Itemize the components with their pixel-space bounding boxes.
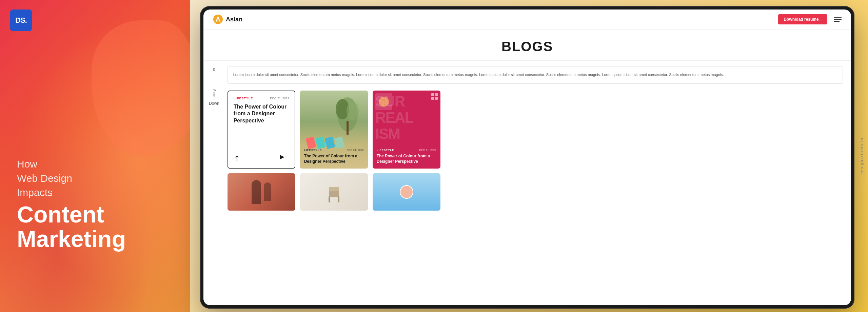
card-5-content: [300, 173, 368, 211]
site-label: design-studio.io: [860, 137, 864, 174]
brand: Aslan: [213, 14, 242, 24]
card-3-date: DEC 21, 2022: [419, 149, 436, 152]
grid-dot-4: [435, 97, 438, 100]
svg-rect-7: [329, 196, 330, 202]
color-swatches: [307, 137, 343, 148]
card-3-grid-dots: [431, 93, 438, 100]
hamburger-line-2: [834, 19, 842, 20]
svg-rect-6: [329, 187, 339, 191]
card-3-thumbnail: [375, 93, 392, 110]
card-1-tag: LIFESTYLE: [234, 97, 253, 100]
person-portrait: [400, 185, 413, 199]
swatch-blue: [324, 136, 335, 149]
card-3-title: The Power of Colour from a Designer Pers…: [377, 154, 436, 164]
scroll-arrow-icon: ↓: [213, 106, 215, 110]
scroll-number: 0: [213, 67, 215, 72]
subtitle-how: How Web Design Impacts: [17, 157, 126, 200]
tablet-wrapper: Aslan Download resume ↓ BLOGS: [200, 6, 854, 309]
blogs-heading: BLOGS: [203, 30, 851, 61]
person-silhouette-1: [252, 180, 261, 204]
card-3-overlay: LIFESTYLE DEC 21, 2022 The Power of Colo…: [377, 149, 436, 164]
card-4-content: [228, 173, 295, 211]
swatch-teal: [315, 136, 326, 149]
grid-dot-1: [431, 93, 434, 96]
right-background: design-studio.io Aslan Download resume ↓: [190, 0, 868, 312]
hamburger-menu[interactable]: [834, 17, 842, 22]
chair-svg: [324, 180, 344, 204]
blog-card-6[interactable]: [373, 173, 440, 211]
tablet-screen: Aslan Download resume ↓ BLOGS: [203, 9, 851, 305]
svg-rect-8: [338, 196, 339, 202]
blog-card-5[interactable]: [300, 173, 368, 211]
main-title: Content Marketing: [17, 202, 126, 251]
card-2-title: The Power of Colour from a Designer Pers…: [304, 154, 364, 164]
content-area: 0 Scroll Down ↓ Lorem ipsum dolor sit am…: [203, 61, 851, 305]
card-1-meta: LIFESTYLE DEC 21, 2022: [234, 97, 289, 100]
person-silhouette-2: [264, 182, 271, 201]
plant-illustration: [334, 94, 361, 135]
hamburger-line-3: [834, 21, 840, 22]
navbar: Aslan Download resume ↓: [203, 9, 851, 30]
blog-card-2[interactable]: LIFESTYLE DEC 21, 2022 The Power of Colo…: [300, 91, 368, 169]
cards-row-2: [228, 173, 843, 211]
svg-rect-4: [347, 121, 349, 135]
scroll-label: Scroll: [212, 89, 216, 100]
scroll-line: [214, 74, 214, 87]
brand-name: Aslan: [226, 16, 242, 23]
cards-row-1: LIFESTYLE DEC 21, 2022 The Power of Colo…: [228, 91, 843, 169]
card-3-tag: LIFESTYLE: [377, 149, 394, 152]
svg-point-3: [347, 101, 359, 120]
swatch-red: [305, 136, 316, 149]
grid-dot-3: [431, 97, 434, 100]
blog-card-3[interactable]: SURREALISM: [373, 91, 440, 169]
hamburger-line-1: [834, 17, 842, 18]
main-area: Lorem ipsum dolor sit amet consectetur. …: [225, 61, 851, 305]
card-2-overlay: LIFESTYLE DEC 21, 2022 The Power of Colo…: [304, 149, 364, 164]
blog-card-1[interactable]: LIFESTYLE DEC 21, 2022 The Power of Colo…: [228, 91, 295, 169]
scroll-indicator: 0 Scroll Down ↓: [203, 61, 225, 305]
moon-shape: [379, 97, 389, 107]
lorem-text-block: Lorem ipsum dolor sit amet consectetur. …: [228, 66, 843, 84]
card-2-tag: LIFESTYLE: [304, 149, 322, 152]
blog-card-4[interactable]: [228, 173, 295, 211]
cursor-icon: ▶: [280, 153, 284, 160]
card-6-content: [373, 173, 440, 211]
left-panel-text: How Web Design Impacts Content Marketing: [17, 157, 126, 251]
card-2-date: DEC 21, 2022: [347, 149, 363, 152]
scroll-down-text: Down: [209, 101, 219, 106]
left-panel: DS. How Web Design Impacts Content Marke…: [0, 0, 190, 312]
page-content: BLOGS 0 Scroll Down ↓: [203, 30, 851, 305]
svg-rect-5: [329, 190, 339, 197]
ds-logo: DS.: [10, 9, 32, 31]
grid-dot-2: [435, 93, 438, 96]
tablet-device: Aslan Download resume ↓ BLOGS: [200, 6, 854, 309]
card-2-meta-row: LIFESTYLE DEC 21, 2022: [304, 149, 364, 152]
card-1-date: DEC 21, 2022: [270, 97, 289, 100]
brand-icon: [213, 14, 223, 24]
swatch-green: [334, 136, 344, 149]
card-3-meta-row: LIFESTYLE DEC 21, 2022: [377, 149, 436, 152]
download-resume-button[interactable]: Download resume ↓: [778, 14, 827, 24]
